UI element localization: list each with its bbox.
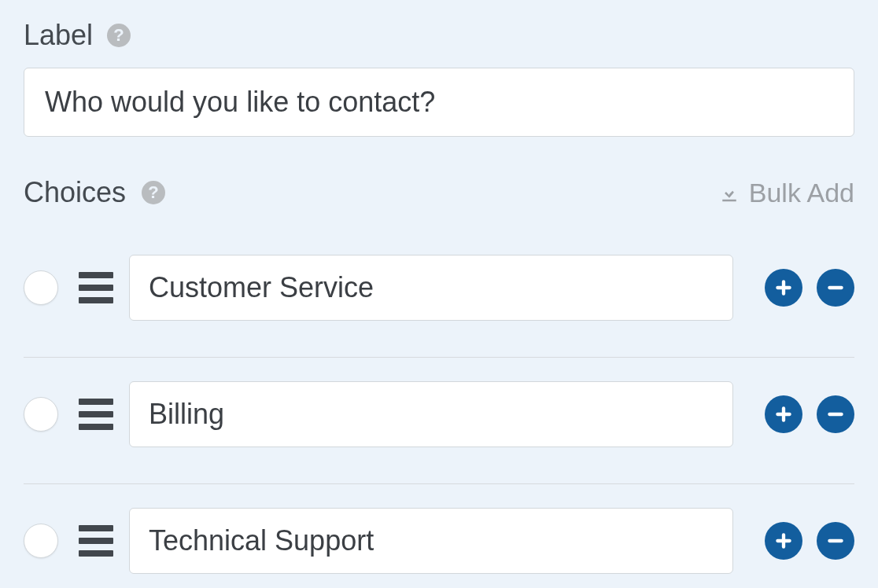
choice-input[interactable]: [129, 255, 733, 321]
bulk-add-label: Bulk Add: [749, 178, 854, 208]
help-icon[interactable]: ?: [142, 181, 165, 204]
label-input[interactable]: [24, 68, 854, 137]
svg-rect-1: [776, 286, 791, 289]
drag-handle-icon[interactable]: [79, 399, 113, 430]
label-title: Label: [24, 19, 93, 52]
choices-title: Choices: [24, 176, 126, 209]
add-choice-button[interactable]: [765, 522, 802, 560]
remove-choice-button[interactable]: [817, 522, 854, 560]
default-choice-radio[interactable]: [24, 397, 58, 432]
drag-handle-icon[interactable]: [79, 272, 113, 303]
choice-row: [24, 358, 854, 484]
remove-choice-button[interactable]: [817, 269, 854, 307]
svg-rect-2: [828, 286, 843, 289]
svg-rect-7: [776, 539, 791, 542]
remove-choice-button[interactable]: [817, 395, 854, 433]
choices-list: [24, 231, 854, 574]
choice-row: [24, 484, 854, 574]
choice-row: [24, 231, 854, 358]
download-icon: [718, 181, 741, 204]
svg-rect-8: [828, 539, 843, 542]
svg-rect-4: [776, 413, 791, 416]
default-choice-radio[interactable]: [24, 270, 58, 305]
svg-rect-5: [828, 413, 843, 416]
bulk-add-button[interactable]: Bulk Add: [718, 178, 854, 208]
drag-handle-icon[interactable]: [79, 525, 113, 557]
help-icon[interactable]: ?: [107, 24, 131, 47]
choice-input[interactable]: [129, 508, 733, 574]
default-choice-radio[interactable]: [24, 524, 58, 558]
choice-input[interactable]: [129, 381, 733, 447]
add-choice-button[interactable]: [765, 395, 802, 433]
add-choice-button[interactable]: [765, 269, 802, 307]
